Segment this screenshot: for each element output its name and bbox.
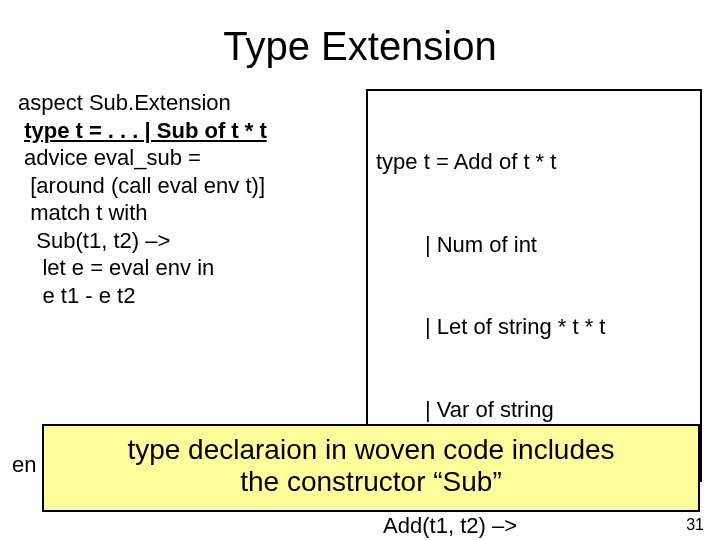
callout-box: type declaraion in woven code includes t…: [42, 424, 700, 512]
code-line: Add(t1, t2) –>: [366, 512, 702, 540]
code-line: Sub(t1, t2) –>: [18, 227, 354, 255]
callout-line: the constructor “Sub”: [52, 466, 690, 498]
code-line: [around (call eval env t)]: [18, 172, 354, 200]
code-line: | Var of string: [376, 396, 694, 424]
truncated-text: en: [12, 452, 36, 478]
type-decl-highlight: type t = . . . | Sub of t * t: [24, 118, 267, 143]
code-line: type t = . . . | Sub of t * t: [18, 117, 354, 145]
code-line: match t with: [18, 199, 354, 227]
callout-line: type declaraion in woven code includes: [52, 434, 690, 466]
code-line: type t = Add of t * t: [376, 148, 694, 176]
page-number: 31: [686, 516, 704, 534]
code-line: let e = eval env in: [18, 254, 354, 282]
code-line: | Let of string * t * t: [376, 313, 694, 341]
code-line: aspect Sub.Extension: [18, 89, 354, 117]
code-line: advice eval_sub =: [18, 144, 354, 172]
code-line: | Num of int: [376, 231, 694, 259]
slide-title: Type Extension: [0, 24, 720, 69]
code-line: e t1 - e t2: [18, 282, 354, 310]
